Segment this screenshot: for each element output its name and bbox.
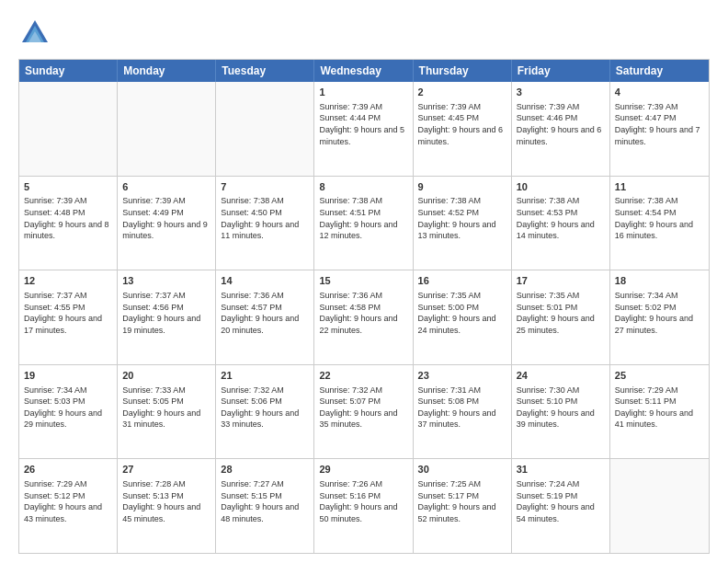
day-info: Sunrise: 7:31 AM Sunset: 5:08 PM Dayligh…	[418, 385, 506, 431]
day-cell-6: 6Sunrise: 7:39 AM Sunset: 4:49 PM Daylig…	[118, 177, 216, 270]
day-cell-8: 8Sunrise: 7:38 AM Sunset: 4:51 PM Daylig…	[314, 177, 413, 270]
day-info: Sunrise: 7:39 AM Sunset: 4:49 PM Dayligh…	[122, 195, 210, 241]
day-number: 26	[24, 463, 112, 477]
day-number: 22	[319, 369, 407, 383]
day-number: 19	[24, 369, 112, 383]
empty-cell-r0c2	[216, 82, 314, 176]
weekday-header-sunday: Sunday	[19, 60, 118, 82]
day-number: 30	[418, 463, 506, 477]
day-info: Sunrise: 7:36 AM Sunset: 4:58 PM Dayligh…	[319, 290, 407, 336]
day-cell-1: 1Sunrise: 7:39 AM Sunset: 4:44 PM Daylig…	[314, 82, 413, 176]
weekday-header-monday: Monday	[118, 60, 216, 82]
day-cell-18: 18Sunrise: 7:34 AM Sunset: 5:02 PM Dayli…	[610, 270, 709, 364]
day-number: 24	[517, 369, 605, 383]
day-number: 20	[122, 369, 210, 383]
day-number: 12	[24, 274, 112, 288]
day-cell-12: 12Sunrise: 7:37 AM Sunset: 4:55 PM Dayli…	[19, 270, 118, 364]
day-info: Sunrise: 7:38 AM Sunset: 4:53 PM Dayligh…	[517, 195, 605, 241]
day-cell-7: 7Sunrise: 7:38 AM Sunset: 4:50 PM Daylig…	[216, 177, 314, 270]
day-number: 14	[221, 274, 309, 288]
day-cell-26: 26Sunrise: 7:29 AM Sunset: 5:12 PM Dayli…	[19, 459, 118, 553]
day-info: Sunrise: 7:38 AM Sunset: 4:52 PM Dayligh…	[418, 195, 506, 241]
calendar-row-5: 26Sunrise: 7:29 AM Sunset: 5:12 PM Dayli…	[19, 458, 709, 553]
empty-cell-r0c0	[19, 82, 118, 176]
day-number: 10	[517, 180, 605, 194]
day-info: Sunrise: 7:39 AM Sunset: 4:44 PM Dayligh…	[319, 101, 407, 147]
day-cell-4: 4Sunrise: 7:39 AM Sunset: 4:47 PM Daylig…	[610, 82, 709, 176]
day-info: Sunrise: 7:39 AM Sunset: 4:47 PM Dayligh…	[615, 101, 704, 147]
day-cell-9: 9Sunrise: 7:38 AM Sunset: 4:52 PM Daylig…	[414, 177, 512, 270]
day-number: 23	[418, 369, 506, 383]
day-info: Sunrise: 7:26 AM Sunset: 5:16 PM Dayligh…	[319, 478, 407, 524]
day-cell-21: 21Sunrise: 7:32 AM Sunset: 5:06 PM Dayli…	[216, 365, 314, 459]
day-info: Sunrise: 7:39 AM Sunset: 4:48 PM Dayligh…	[24, 195, 112, 241]
empty-cell-r4c6	[610, 459, 709, 553]
day-number: 17	[517, 274, 605, 288]
day-number: 6	[122, 180, 210, 194]
calendar-row-3: 12Sunrise: 7:37 AM Sunset: 4:55 PM Dayli…	[19, 270, 709, 364]
day-cell-25: 25Sunrise: 7:29 AM Sunset: 5:11 PM Dayli…	[610, 365, 709, 459]
day-number: 25	[615, 369, 704, 383]
day-cell-16: 16Sunrise: 7:35 AM Sunset: 5:00 PM Dayli…	[414, 270, 512, 364]
calendar-body: 1Sunrise: 7:39 AM Sunset: 4:44 PM Daylig…	[19, 82, 709, 553]
day-info: Sunrise: 7:36 AM Sunset: 4:57 PM Dayligh…	[221, 290, 309, 336]
day-number: 18	[615, 274, 704, 288]
day-cell-14: 14Sunrise: 7:36 AM Sunset: 4:57 PM Dayli…	[216, 270, 314, 364]
day-number: 9	[418, 180, 506, 194]
day-info: Sunrise: 7:37 AM Sunset: 4:55 PM Dayligh…	[24, 290, 112, 336]
day-info: Sunrise: 7:29 AM Sunset: 5:12 PM Dayligh…	[24, 478, 112, 524]
day-cell-22: 22Sunrise: 7:32 AM Sunset: 5:07 PM Dayli…	[314, 365, 413, 459]
day-info: Sunrise: 7:29 AM Sunset: 5:11 PM Dayligh…	[615, 385, 704, 431]
weekday-header-wednesday: Wednesday	[314, 60, 413, 82]
day-cell-23: 23Sunrise: 7:31 AM Sunset: 5:08 PM Dayli…	[414, 365, 512, 459]
day-cell-5: 5Sunrise: 7:39 AM Sunset: 4:48 PM Daylig…	[19, 177, 118, 270]
day-cell-2: 2Sunrise: 7:39 AM Sunset: 4:45 PM Daylig…	[414, 82, 512, 176]
day-info: Sunrise: 7:34 AM Sunset: 5:02 PM Dayligh…	[615, 290, 704, 336]
weekday-header-thursday: Thursday	[414, 60, 512, 82]
day-info: Sunrise: 7:32 AM Sunset: 5:07 PM Dayligh…	[319, 385, 407, 431]
day-info: Sunrise: 7:25 AM Sunset: 5:17 PM Dayligh…	[418, 478, 506, 524]
day-info: Sunrise: 7:30 AM Sunset: 5:10 PM Dayligh…	[517, 385, 605, 431]
day-number: 27	[122, 463, 210, 477]
day-cell-11: 11Sunrise: 7:38 AM Sunset: 4:54 PM Dayli…	[610, 177, 709, 270]
day-cell-20: 20Sunrise: 7:33 AM Sunset: 5:05 PM Dayli…	[118, 365, 216, 459]
header	[18, 17, 710, 50]
day-cell-27: 27Sunrise: 7:28 AM Sunset: 5:13 PM Dayli…	[118, 459, 216, 553]
day-number: 11	[615, 180, 704, 194]
day-info: Sunrise: 7:38 AM Sunset: 4:51 PM Dayligh…	[319, 195, 407, 241]
day-number: 5	[24, 180, 112, 194]
day-cell-3: 3Sunrise: 7:39 AM Sunset: 4:46 PM Daylig…	[512, 82, 610, 176]
logo-icon	[18, 17, 51, 50]
day-cell-24: 24Sunrise: 7:30 AM Sunset: 5:10 PM Dayli…	[512, 365, 610, 459]
day-number: 1	[319, 86, 407, 99]
calendar: SundayMondayTuesdayWednesdayThursdayFrid…	[18, 59, 710, 554]
day-cell-31: 31Sunrise: 7:24 AM Sunset: 5:19 PM Dayli…	[512, 459, 610, 553]
page: SundayMondayTuesdayWednesdayThursdayFrid…	[0, 0, 728, 563]
day-cell-17: 17Sunrise: 7:35 AM Sunset: 5:01 PM Dayli…	[512, 270, 610, 364]
day-cell-10: 10Sunrise: 7:38 AM Sunset: 4:53 PM Dayli…	[512, 177, 610, 270]
day-info: Sunrise: 7:33 AM Sunset: 5:05 PM Dayligh…	[122, 385, 210, 431]
day-cell-19: 19Sunrise: 7:34 AM Sunset: 5:03 PM Dayli…	[19, 365, 118, 459]
day-info: Sunrise: 7:34 AM Sunset: 5:03 PM Dayligh…	[24, 385, 112, 431]
day-cell-13: 13Sunrise: 7:37 AM Sunset: 4:56 PM Dayli…	[118, 270, 216, 364]
logo	[18, 17, 57, 50]
day-cell-29: 29Sunrise: 7:26 AM Sunset: 5:16 PM Dayli…	[314, 459, 413, 553]
day-info: Sunrise: 7:39 AM Sunset: 4:45 PM Dayligh…	[418, 101, 506, 147]
day-cell-28: 28Sunrise: 7:27 AM Sunset: 5:15 PM Dayli…	[216, 459, 314, 553]
day-info: Sunrise: 7:27 AM Sunset: 5:15 PM Dayligh…	[221, 478, 309, 524]
day-info: Sunrise: 7:39 AM Sunset: 4:46 PM Dayligh…	[517, 101, 605, 147]
empty-cell-r0c1	[118, 82, 216, 176]
day-number: 3	[517, 86, 605, 99]
day-number: 29	[319, 463, 407, 477]
day-info: Sunrise: 7:37 AM Sunset: 4:56 PM Dayligh…	[122, 290, 210, 336]
day-info: Sunrise: 7:35 AM Sunset: 5:01 PM Dayligh…	[517, 290, 605, 336]
weekday-header-tuesday: Tuesday	[216, 60, 314, 82]
weekday-header-saturday: Saturday	[610, 60, 709, 82]
day-info: Sunrise: 7:32 AM Sunset: 5:06 PM Dayligh…	[221, 385, 309, 431]
day-number: 15	[319, 274, 407, 288]
calendar-row-4: 19Sunrise: 7:34 AM Sunset: 5:03 PM Dayli…	[19, 364, 709, 459]
day-number: 2	[418, 86, 506, 99]
calendar-row-1: 1Sunrise: 7:39 AM Sunset: 4:44 PM Daylig…	[19, 82, 709, 176]
day-info: Sunrise: 7:24 AM Sunset: 5:19 PM Dayligh…	[517, 478, 605, 524]
day-number: 8	[319, 180, 407, 194]
